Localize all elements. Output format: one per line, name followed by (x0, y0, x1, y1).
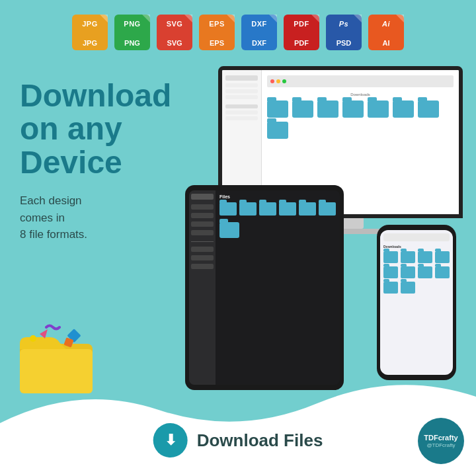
file-ext-bottom-dxf: DXF (252, 39, 266, 47)
file-shape-psd: Ps PSD (326, 15, 362, 50)
phone-screen: Downloads (380, 230, 453, 375)
phone-body: Downloads (377, 225, 456, 380)
tablet-sidebar-header (191, 194, 214, 200)
tablet-sidebar-divider (191, 241, 214, 242)
tablet-sidebar-item-2 (191, 213, 214, 218)
file-shape-dxf: DXF DXF (241, 15, 277, 50)
phone: Downloads (377, 225, 456, 383)
tablet-folder-4 (279, 202, 296, 216)
file-icon-eps: EPS EPS (199, 15, 235, 50)
monitor-folder-8 (267, 122, 288, 139)
file-ext-bottom-psd: PSD (337, 39, 352, 47)
file-ext-top-eps: EPS (209, 20, 225, 28)
phone-folder-9 (383, 282, 398, 294)
file-ext-top-pdf: PDF (294, 20, 309, 28)
monitor-toolbar (267, 75, 454, 87)
file-ext-top-psd: Ps (339, 20, 348, 28)
headline-line1: Download (20, 79, 171, 112)
file-shape-svg: SVG SVG (157, 15, 192, 50)
monitor-folders (267, 100, 454, 139)
download-section[interactable]: ⬇ Download Files (153, 423, 323, 457)
file-icon-pdf: PDF PDF (284, 15, 319, 50)
download-text[interactable]: Download Files (197, 430, 323, 451)
phone-folder-8 (435, 266, 450, 278)
main-container: JPG JPG PNG PNG SVG SVG EPS EPS (0, 0, 476, 476)
folder-illustration (13, 324, 99, 397)
tablet-sidebar-item-4 (191, 230, 214, 235)
phone-folder-1 (383, 251, 398, 263)
tablet-main: Files (216, 190, 340, 385)
file-formats-row: JPG JPG PNG PNG SVG SVG EPS EPS (0, 0, 476, 57)
headline-line3: Device (20, 146, 171, 179)
file-ext-bottom-pdf: PDF (294, 39, 309, 47)
file-shape-jpg: JPG JPG (72, 15, 108, 50)
file-shape-pdf: PDF PDF (284, 15, 319, 50)
tablet: Files (185, 185, 344, 397)
file-ext-top-jpg: JPG (82, 20, 98, 28)
file-ext-top-ai: Ai (382, 20, 390, 28)
tablet-folders-row-1 (219, 202, 336, 216)
download-circle[interactable]: ⬇ (153, 423, 188, 457)
headline-line2: on any (20, 112, 171, 145)
brand-handle: @TDFcrafty (426, 442, 455, 448)
file-ext-bottom-png: PNG (124, 39, 140, 47)
file-icon-ai: Ai AI (368, 15, 404, 50)
file-icon-psd: Ps PSD (326, 15, 362, 50)
monitor-dot-yellow (276, 79, 280, 83)
file-ext-top-png: PNG (124, 20, 140, 28)
file-ext-bottom-svg: SVG (167, 39, 182, 47)
file-icon-dxf: DXF DXF (241, 15, 277, 50)
file-ext-top-svg: SVG (167, 20, 183, 28)
tablet-main-header: Files (219, 194, 336, 199)
phone-toolbar (383, 233, 450, 241)
download-arrow-icon: ⬇ (165, 432, 177, 449)
devices-area: Downloads (172, 60, 476, 403)
monitor-folder-1 (267, 100, 288, 118)
tablet-sidebar-item-6 (191, 255, 214, 260)
tablet-folder-5 (299, 202, 316, 216)
monitor-folder-4 (342, 100, 364, 118)
file-icon-jpg: JPG JPG (72, 15, 108, 50)
file-icon-svg: SVG SVG (157, 15, 192, 50)
monitor-title-bar: Downloads (267, 93, 454, 97)
phone-folders-row-2 (383, 266, 450, 278)
monitor-folder-5 (368, 100, 389, 118)
monitor-dot-green (282, 79, 286, 83)
tablet-sidebar-item-3 (191, 221, 214, 227)
brand-name: TDFcrafty (424, 434, 457, 442)
svg-marker-4 (40, 329, 48, 338)
svg-rect-1 (20, 349, 93, 393)
tablet-single-folder (219, 222, 239, 238)
phone-folder-7 (418, 266, 432, 278)
file-shape-eps: EPS EPS (199, 15, 235, 50)
monitor-folder-3 (317, 100, 338, 118)
subtext: Each design comes in 8 file formats. (20, 192, 171, 243)
file-ext-bottom-eps: EPS (210, 39, 224, 47)
phone-folder-5 (383, 266, 398, 278)
file-ext-bottom-jpg: JPG (83, 39, 97, 47)
monitor-dot-red (270, 79, 274, 83)
tablet-folder-6 (319, 202, 336, 216)
phone-folder-6 (401, 266, 415, 278)
tablet-sidebar-item-1 (191, 204, 214, 210)
tablet-screen: Files (189, 190, 340, 385)
tablet-folder-2 (239, 202, 257, 216)
monitor-folder-7 (418, 100, 439, 118)
left-content: Download on any Device Each design comes… (20, 79, 171, 243)
svg-point-5 (30, 335, 36, 342)
file-icon-png: PNG PNG (114, 15, 150, 50)
tablet-folder-3 (259, 202, 276, 216)
phone-folders-row-1 (383, 251, 450, 263)
phone-folder-10 (401, 282, 415, 294)
brand-badge: TDFcrafty @TDFcrafty (418, 418, 464, 464)
file-ext-bottom-ai: AI (383, 39, 390, 47)
phone-folder-3 (418, 251, 432, 263)
phone-folder-2 (401, 251, 415, 263)
tablet-sidebar (189, 190, 216, 385)
monitor-folder-6 (393, 100, 414, 118)
phone-folder-4 (435, 251, 450, 263)
file-ext-top-dxf: DXF (251, 20, 267, 28)
file-shape-ai: Ai AI (368, 15, 404, 50)
file-shape-png: PNG PNG (114, 15, 150, 50)
tablet-folder-1 (219, 202, 237, 216)
